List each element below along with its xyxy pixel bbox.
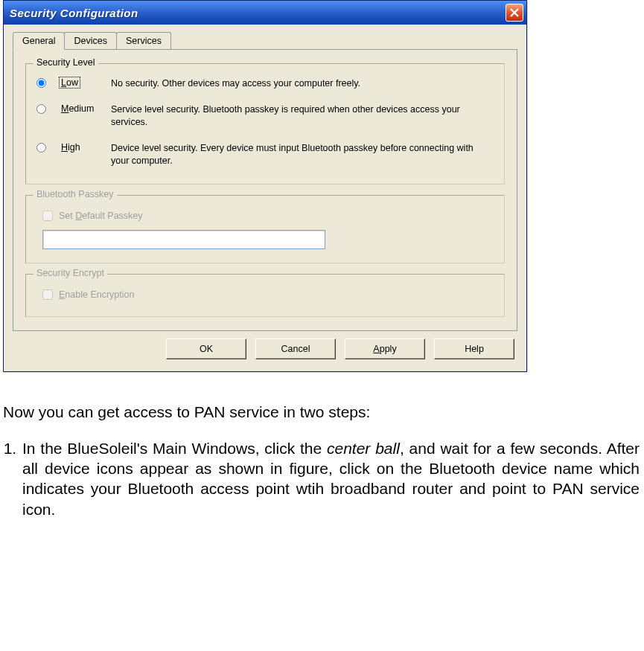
group-security-level-title: Security Level — [34, 57, 98, 68]
checkbox-enable-encryption-label: Enable Encryption — [59, 289, 134, 300]
tab-panel-general: Security Level Low No security. Other de… — [13, 49, 517, 331]
titlebar[interactable]: Security Configuration — [4, 1, 526, 25]
group-security-encrypt: Security Encrypt Enable Encryption — [25, 274, 505, 317]
radio-high-label[interactable]: High — [59, 141, 83, 153]
tabstrip: General Devices Services — [13, 32, 517, 50]
checkbox-default-passkey-label: Set Default Passkey — [59, 211, 143, 221]
close-button[interactable] — [506, 4, 523, 22]
radio-high-desc: Device level security. Every device must… — [111, 142, 494, 167]
group-bluetooth-passkey-title: Bluetooth Passkey — [34, 189, 117, 199]
apply-button[interactable]: Apply — [345, 339, 425, 359]
document-body: Now you can get access to PAN service in… — [3, 402, 640, 519]
window-title: Security Configuration — [10, 7, 138, 19]
step-1: In the BlueSoleil's Main Windows, click … — [21, 438, 640, 519]
checkbox-default-passkey — [42, 211, 53, 221]
cancel-button[interactable]: Cancel — [255, 339, 336, 359]
group-security-level: Security Level Low No security. Other de… — [25, 63, 505, 185]
radio-low-desc: No security. Other devices may access yo… — [111, 77, 494, 90]
radio-row-high: High Device level security. Every device… — [36, 142, 494, 167]
security-configuration-dialog: Security Configuration General Devices S… — [3, 0, 527, 372]
radio-high[interactable] — [36, 143, 46, 153]
radio-low-label[interactable]: Low — [59, 77, 80, 89]
tab-devices[interactable]: Devices — [64, 32, 116, 49]
dialog-button-row: OK Cancel Apply Help — [13, 331, 517, 362]
checkbox-enable-encryption — [42, 289, 53, 300]
radio-row-low: Low No security. Other devices may acces… — [36, 77, 494, 90]
help-button[interactable]: Help — [434, 339, 514, 359]
radio-medium-desc: Service level security. Bluetooth passke… — [111, 103, 494, 129]
close-icon — [510, 8, 519, 17]
radio-row-medium: Medium Service level security. Bluetooth… — [36, 103, 494, 129]
radio-low[interactable] — [36, 78, 46, 88]
step-1-emphasis: center ball — [327, 440, 400, 457]
ok-button[interactable]: OK — [166, 339, 246, 359]
group-bluetooth-passkey: Bluetooth Passkey Set Default Passkey — [25, 195, 505, 263]
group-security-encrypt-title: Security Encrypt — [34, 268, 107, 278]
passkey-input — [42, 230, 325, 249]
tab-general[interactable]: General — [13, 32, 65, 50]
tab-services[interactable]: Services — [116, 32, 171, 49]
radio-medium-label[interactable]: Medium — [59, 103, 96, 115]
radio-medium[interactable] — [36, 104, 46, 114]
intro-paragraph: Now you can get access to PAN service in… — [3, 402, 640, 422]
step-1-prefix: In the BlueSoleil's Main Windows, click … — [22, 440, 327, 457]
